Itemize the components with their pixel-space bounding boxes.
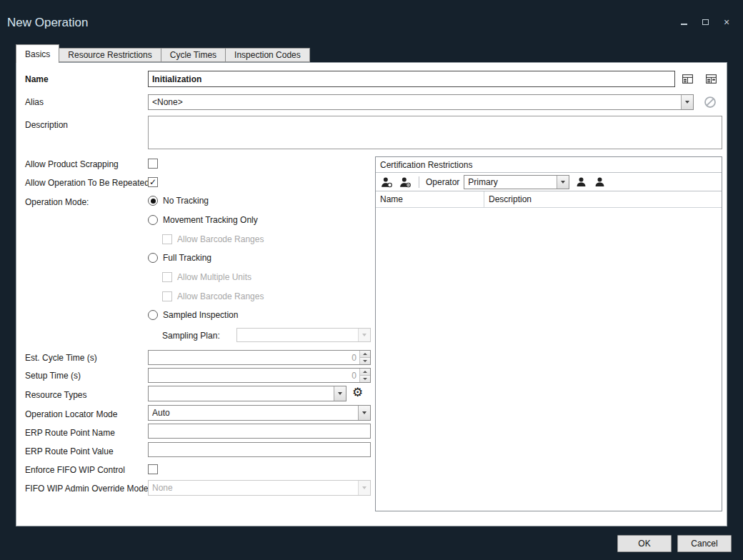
est-cycle-time-label: Est. Cycle Time (s) <box>25 353 97 363</box>
spinner-buttons <box>359 351 370 364</box>
spin-down-button[interactable] <box>360 357 370 364</box>
fifo-override-mode-value: None <box>149 481 358 495</box>
alias-combo[interactable]: <None> <box>148 94 694 110</box>
certification-toolbar-button-2[interactable] <box>398 175 412 189</box>
description-textarea[interactable] <box>148 116 722 149</box>
toolbar-separator <box>419 176 419 188</box>
person-badge-icon <box>381 176 392 188</box>
erp-route-point-name-label: ERP Route Point Name <box>25 428 115 438</box>
titlebar: New Operation × <box>0 0 743 34</box>
radio-full-tracking[interactable]: Full Tracking <box>148 253 211 263</box>
resource-types-dropdown-button[interactable] <box>334 386 346 401</box>
checkbox-icon <box>162 291 172 301</box>
chevron-down-icon <box>362 334 366 336</box>
radio-no-tracking[interactable]: No Tracking <box>148 196 209 206</box>
operator-person-button-2[interactable] <box>592 175 607 189</box>
operation-locator-mode-value: Auto <box>149 406 358 420</box>
erp-route-point-value-label: ERP Route Point Value <box>25 446 114 456</box>
tab-resource-restrictions[interactable]: Resource Restrictions <box>59 48 161 62</box>
allow-product-scrapping-checkbox[interactable] <box>148 159 158 169</box>
operator-dropdown-button[interactable] <box>557 176 569 189</box>
chevron-down-icon <box>362 486 366 489</box>
operator-person-button-1[interactable] <box>574 175 588 189</box>
gear-icon: ⚙ <box>352 386 363 399</box>
certification-restrictions-panel: Certification Restrictions Operator <box>375 156 722 511</box>
sampling-plan-dropdown-button <box>358 329 370 341</box>
setup-time-input[interactable] <box>149 369 359 382</box>
operation-mode-label: Operation Mode: <box>25 197 89 207</box>
name-grid-button-2[interactable] <box>704 71 718 86</box>
full-allow-barcode-checkbox: Allow Barcode Ranges <box>162 291 264 301</box>
est-cycle-time-spinner <box>148 350 371 365</box>
certification-toolbar-button-1[interactable] <box>379 175 394 189</box>
spin-up-button[interactable] <box>360 351 370 357</box>
minimize-icon <box>681 24 687 25</box>
radio-icon <box>148 215 158 225</box>
certification-table-header: Name Description <box>376 191 722 208</box>
radio-icon <box>148 253 158 263</box>
certification-restrictions-title: Certification Restrictions <box>376 157 722 173</box>
resource-types-settings-button[interactable]: ⚙ <box>352 386 363 400</box>
alias-label: Alias <box>25 97 44 107</box>
column-header-description[interactable]: Description <box>484 191 722 207</box>
person-badge-icon <box>399 176 411 188</box>
operation-locator-mode-label: Operation Locator Mode <box>25 409 117 419</box>
operator-combo-value: Primary <box>464 176 557 189</box>
erp-route-point-name-input[interactable] <box>148 424 371 439</box>
certification-table-body[interactable] <box>376 208 722 511</box>
sampling-plan-label: Sampling Plan: <box>162 331 220 341</box>
spin-up-button[interactable] <box>360 369 370 375</box>
name-input[interactable] <box>148 71 675 87</box>
maximize-button[interactable] <box>700 17 710 27</box>
alias-clear-button[interactable] <box>703 95 717 109</box>
ok-button[interactable]: OK <box>617 535 672 552</box>
radio-movement-tracking-only[interactable]: Movement Tracking Only <box>148 215 258 225</box>
cancel-button[interactable]: Cancel <box>677 535 732 552</box>
alias-combo-value: <None> <box>149 95 681 109</box>
description-label: Description <box>25 120 68 130</box>
setup-time-spinner <box>148 368 371 383</box>
name-grid-button-1[interactable] <box>680 71 694 86</box>
no-symbol-icon <box>704 96 717 109</box>
tab-strip: Basics Resource Restrictions Cycle Times… <box>16 46 310 63</box>
chevron-up-icon <box>363 371 367 373</box>
close-icon: × <box>724 17 729 27</box>
minimize-button[interactable] <box>679 17 689 27</box>
tab-inspection-codes[interactable]: Inspection Codes <box>226 48 310 62</box>
checkbox-icon <box>162 234 172 244</box>
operation-locator-dropdown-button[interactable] <box>358 406 370 420</box>
resource-types-value <box>149 386 334 401</box>
spinner-buttons <box>359 369 370 382</box>
spin-down-button[interactable] <box>360 375 370 382</box>
tab-basics[interactable]: Basics <box>16 44 59 63</box>
radio-icon <box>148 310 158 320</box>
chevron-down-icon <box>363 378 367 380</box>
new-operation-window: { "colors": { "window_bg": "#15212c", "t… <box>0 0 743 560</box>
fifo-override-mode-label: FIFO WIP Admin Override Mode <box>25 484 149 494</box>
fifo-override-mode-combo: None <box>148 480 371 496</box>
erp-route-point-value-input[interactable] <box>148 442 371 457</box>
radio-sampled-inspection[interactable]: Sampled Inspection <box>148 310 238 320</box>
alias-combo-dropdown-button[interactable] <box>681 95 693 109</box>
setup-time-label: Setup Time (s) <box>25 371 81 381</box>
sampling-plan-combo <box>236 328 371 342</box>
table-icon <box>682 73 694 85</box>
chevron-down-icon <box>362 411 366 414</box>
allow-operation-repeated-checkbox[interactable] <box>148 177 158 187</box>
checkbox-icon <box>162 272 172 282</box>
operator-combo[interactable]: Primary <box>464 175 569 189</box>
close-button[interactable]: × <box>722 17 732 27</box>
person-icon <box>576 176 587 187</box>
column-header-name[interactable]: Name <box>376 191 484 207</box>
resource-types-combo[interactable] <box>148 386 346 401</box>
resource-types-label: Resource Types <box>25 390 87 400</box>
enforce-fifo-checkbox[interactable] <box>148 464 158 474</box>
est-cycle-time-input[interactable] <box>149 351 359 364</box>
operator-label: Operator <box>426 177 459 187</box>
enforce-fifo-label: Enforce FIFO WIP Control <box>25 465 125 475</box>
tab-cycle-times[interactable]: Cycle Times <box>161 48 226 62</box>
operation-locator-mode-combo[interactable]: Auto <box>148 405 371 421</box>
radio-icon <box>148 196 158 206</box>
movement-allow-barcode-checkbox: Allow Barcode Ranges <box>162 234 264 244</box>
allow-product-scrapping-label: Allow Product Scrapping <box>25 159 119 169</box>
